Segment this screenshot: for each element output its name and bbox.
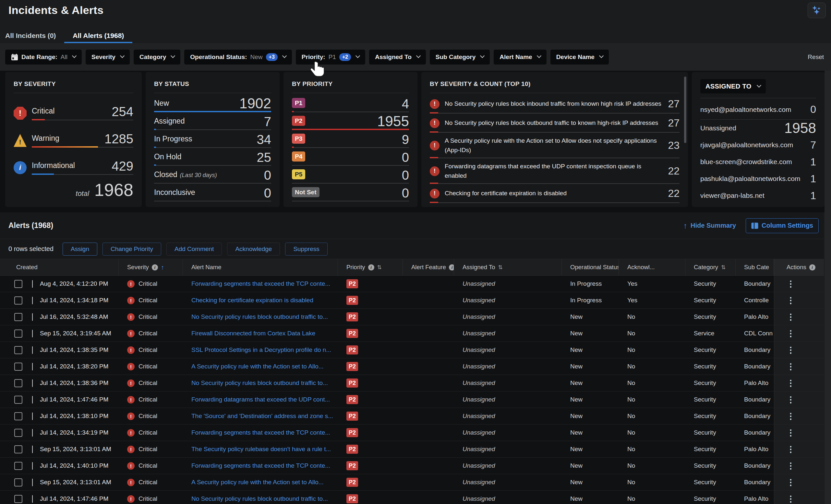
row-expand-chevron[interactable] — [30, 380, 33, 387]
status-stat-row[interactable]: In Progress 34 — [154, 130, 271, 148]
priority-stat-row[interactable]: P5 0 — [292, 166, 409, 184]
filter-category[interactable]: Category — [134, 50, 180, 64]
row-checkbox[interactable] — [14, 396, 22, 404]
priority-stat-row[interactable]: P1 4 — [292, 94, 409, 112]
table-row[interactable]: Jul 14, 2024, 1:38:36 PM ! Critical No S… — [0, 375, 824, 391]
kebab-menu-icon[interactable]: ⋮ — [786, 345, 795, 355]
alert-name-link[interactable]: The Security policy rulebase doesn't hav… — [191, 446, 331, 453]
assigned-to-dropdown[interactable]: ASSIGNED TO — [700, 79, 766, 93]
row-expand-chevron[interactable] — [30, 313, 33, 320]
assignee-row[interactable]: rjavgal@paloaltonetworks.com 7 — [700, 137, 816, 153]
col-header-operational-status[interactable]: Operational Status ⇅ — [562, 259, 619, 275]
ai-assistant-button[interactable] — [808, 3, 826, 18]
row-expand-chevron[interactable] — [30, 330, 33, 337]
kebab-menu-icon[interactable]: ⋮ — [786, 279, 795, 289]
alert-name-link[interactable]: Firewall Disconnected from Cortex Data L… — [191, 330, 315, 337]
alert-name-link[interactable]: No Security policy rules block outbound … — [191, 313, 328, 320]
filter-priority[interactable]: Priority: P1 +2 — [296, 50, 365, 64]
assignee-row[interactable]: Unassigned 1958 — [700, 120, 816, 137]
row-expand-chevron[interactable] — [30, 462, 33, 469]
row-expand-chevron[interactable] — [30, 446, 33, 453]
alert-name-link[interactable]: Forwarding segments that exceed the TCP … — [191, 462, 330, 469]
assignee-row[interactable]: pashukla@paloaltonetworks.com 1 — [700, 170, 816, 187]
row-checkbox[interactable] — [14, 379, 22, 387]
top-alert-row[interactable]: ! Forwarding datagrams that exceed the U… — [430, 158, 680, 184]
table-row[interactable]: Jul 14, 2024, 1:47:46 PM ! Critical No S… — [0, 491, 824, 504]
change-priority-button[interactable]: Change Priority — [103, 243, 161, 256]
kebab-menu-icon[interactable]: ⋮ — [786, 329, 795, 338]
row-expand-chevron[interactable] — [30, 297, 33, 304]
severity-stat-row[interactable]: ! Critical 254 — [13, 106, 133, 120]
filter-operational-status[interactable]: Operational Status: New +3 — [184, 50, 292, 64]
kebab-menu-icon[interactable]: ⋮ — [786, 312, 795, 322]
row-checkbox[interactable] — [14, 363, 22, 371]
row-expand-chevron[interactable] — [30, 280, 33, 287]
tab-all-alerts[interactable]: All Alerts (1968) — [64, 31, 132, 43]
col-header-created[interactable]: Created — [0, 259, 119, 275]
priority-stat-row[interactable]: Not Set 0 — [292, 184, 409, 201]
assignee-row[interactable]: viewer@pan-labs.net 1 — [700, 187, 816, 204]
status-stat-row[interactable]: Inconclusive 0 — [154, 184, 271, 201]
row-checkbox[interactable] — [14, 296, 22, 304]
suppress-button[interactable]: Suppress — [285, 243, 327, 256]
alert-name-link[interactable]: Forwarding datagrams that exceed the UDP… — [191, 396, 330, 403]
alert-name-link[interactable]: A Security policy rule with the Action s… — [191, 363, 324, 370]
kebab-menu-icon[interactable]: ⋮ — [786, 378, 795, 388]
col-header-sub-cate[interactable]: Sub Cate — [736, 259, 774, 275]
row-checkbox[interactable] — [14, 280, 22, 288]
priority-stat-row[interactable]: P4 0 — [292, 148, 409, 166]
row-expand-chevron[interactable] — [30, 413, 33, 420]
col-header-alert-name[interactable]: Alert Name — [183, 259, 338, 275]
assign-button[interactable]: Assign — [63, 243, 97, 256]
table-row[interactable]: Jul 14, 2024, 1:34:19 PM ! Critical Forw… — [0, 424, 824, 441]
col-header-alert-feature[interactable]: Alert Feature i — [403, 259, 454, 275]
hide-summary-button[interactable]: ↑ Hide Summary — [683, 221, 736, 230]
filter-alert-name[interactable]: Alert Name — [494, 50, 546, 64]
status-stat-row[interactable]: Assigned 7 — [154, 112, 271, 130]
table-row[interactable]: Sep 15, 2024, 3:13:01 AM ! Critical A Se… — [0, 474, 824, 491]
filter-date-range[interactable]: Date Range: All — [5, 50, 82, 64]
top-alert-row[interactable]: ! No Security policy rules block outboun… — [430, 114, 680, 132]
table-row[interactable]: Jul 16, 2024, 5:32:48 AM ! Critical No S… — [0, 309, 824, 325]
kebab-menu-icon[interactable]: ⋮ — [786, 494, 795, 504]
add-comment-button[interactable]: Add Comment — [166, 243, 222, 256]
row-checkbox[interactable] — [14, 462, 22, 470]
acknowledge-button[interactable]: Acknowledge — [227, 243, 280, 256]
kebab-menu-icon[interactable]: ⋮ — [786, 411, 795, 421]
row-expand-chevron[interactable] — [30, 495, 33, 502]
status-stat-row[interactable]: New 1902 — [154, 94, 271, 112]
col-header-assigned-to[interactable]: Assigned To ⇅ — [454, 259, 562, 275]
row-checkbox[interactable] — [14, 313, 22, 321]
severity-stat-row[interactable]: ! Warning 1285 — [13, 133, 133, 148]
kebab-menu-icon[interactable]: ⋮ — [786, 461, 795, 471]
status-stat-row[interactable]: On Hold 25 — [154, 148, 271, 166]
row-expand-chevron[interactable] — [30, 363, 33, 370]
filter-assigned-to[interactable]: Assigned To — [369, 50, 426, 64]
filter-device-name[interactable]: Device Name — [550, 50, 609, 64]
table-row[interactable]: Sep 15, 2024, 3:13:01 AM ! Critical The … — [0, 441, 824, 457]
top-alert-row[interactable]: ! A Security policy rule with the Action… — [430, 132, 680, 158]
alert-name-link[interactable]: SSL Protocol Settings in a Decryption pr… — [191, 346, 331, 354]
kebab-menu-icon[interactable]: ⋮ — [786, 395, 795, 405]
col-header-acknowl[interactable]: Acknowl... — [619, 259, 685, 275]
row-expand-chevron[interactable] — [30, 396, 33, 403]
assignee-row[interactable]: blue-screen@crowdstrike.com 1 — [700, 153, 816, 170]
table-row[interactable]: Jul 14, 2024, 1:34:18 PM ! Critical Chec… — [0, 292, 824, 309]
top-alert-row[interactable]: ! No Security policy rules block inbound… — [430, 94, 680, 114]
row-checkbox[interactable] — [14, 346, 22, 354]
col-header-severity[interactable]: Severity i ↑ — [119, 259, 183, 275]
status-stat-row[interactable]: Closed(Last 30 days) 0 — [154, 166, 271, 184]
row-expand-chevron[interactable] — [30, 479, 33, 486]
page-scrollbar[interactable] — [825, 71, 831, 504]
col-header-priority[interactable]: Priority i ⇅ — [338, 259, 403, 275]
kebab-menu-icon[interactable]: ⋮ — [786, 295, 795, 305]
row-checkbox[interactable] — [14, 445, 22, 453]
table-row[interactable]: Aug 4, 2024, 4:12:20 PM ! Critical Forwa… — [0, 276, 824, 292]
alert-name-link[interactable]: No Security policy rules block outbound … — [191, 380, 328, 387]
kebab-menu-icon[interactable]: ⋮ — [786, 362, 795, 372]
table-row[interactable]: Jul 14, 2024, 1:38:35 PM ! Critical SSL … — [0, 342, 824, 358]
table-row[interactable]: Sep 15, 2024, 3:19:45 AM ! Critical Fire… — [0, 325, 824, 342]
row-expand-chevron[interactable] — [30, 346, 33, 354]
column-settings-button[interactable]: Column Settings — [746, 218, 819, 233]
table-row[interactable]: Jul 14, 2024, 1:40:10 PM ! Critical Forw… — [0, 457, 824, 474]
